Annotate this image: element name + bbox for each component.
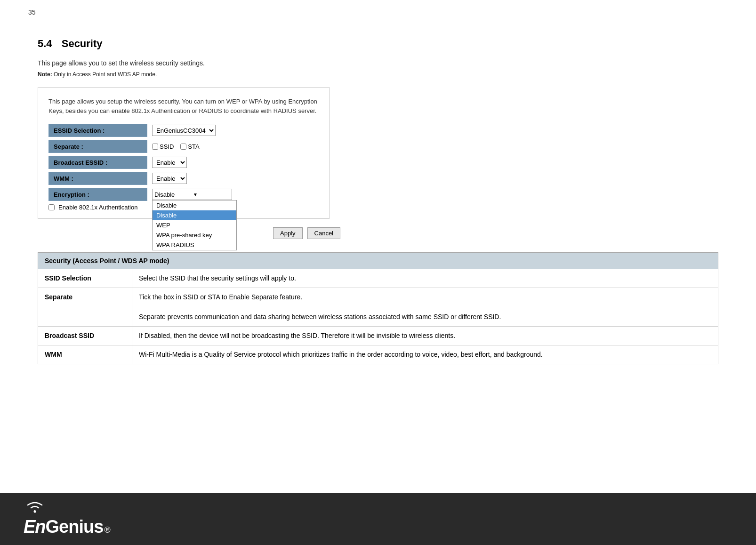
engenius-logo: EnGenius ® xyxy=(24,501,111,537)
enable-8021x-checkbox[interactable] xyxy=(48,204,55,210)
broadcast-row: Broadcast ESSID : Enable Disable xyxy=(48,156,319,169)
encryption-row: Encryption : Disable ▼ Disable Disable W… xyxy=(48,188,319,201)
ui-description: This page allows you setup the wireless … xyxy=(48,97,319,115)
field-wmm: WMM xyxy=(38,345,132,364)
desc-separate: Tick the box in SSID or STA to Enable Se… xyxy=(132,288,718,327)
apply-button[interactable]: Apply xyxy=(273,227,303,239)
encryption-select-display[interactable]: Disable ▼ xyxy=(152,189,232,200)
enc-option-disable-highlighted[interactable]: Disable xyxy=(153,210,236,220)
field-ssid-selection: SSID Selection xyxy=(38,269,132,288)
separate-row: Separate : SSID STA xyxy=(48,140,319,153)
separate-ssid-label[interactable]: SSID xyxy=(152,143,174,150)
encryption-dropdown: Disable Disable WEP WPA pre-shared key W… xyxy=(152,200,237,250)
table-row: Separate Tick the box in SSID or STA to … xyxy=(38,288,718,327)
field-separate: Separate xyxy=(38,288,132,327)
ui-settings-box: This page allows you setup the wireless … xyxy=(38,87,330,219)
section-title: 5.4 Security xyxy=(38,38,718,50)
table-row: SSID Selection Select the SSID that the … xyxy=(38,269,718,288)
enc-option-wpa-radius[interactable]: WPA RADIUS xyxy=(153,240,236,250)
encryption-dropdown-container: Disable ▼ Disable Disable WEP WPA pre-sh… xyxy=(152,189,232,200)
wmm-select[interactable]: Enable Disable xyxy=(152,173,187,184)
dropdown-arrow-icon: ▼ xyxy=(193,192,230,197)
enc-option-wpa-psk[interactable]: WPA pre-shared key xyxy=(153,230,236,240)
essid-row: ESSID Selection : EnGeniusCC3004 xyxy=(48,124,319,137)
table-header: Security (Access Point / WDS AP mode) xyxy=(38,253,718,269)
svg-point-0 xyxy=(34,511,36,513)
cancel-button[interactable]: Cancel xyxy=(307,227,340,239)
field-broadcast-ssid: Broadcast SSID xyxy=(38,327,132,345)
broadcast-select[interactable]: Enable Disable xyxy=(152,157,187,168)
page-number: 35 xyxy=(28,8,36,16)
wmm-row: WMM : Enable Disable xyxy=(48,172,319,185)
registered-mark: ® xyxy=(104,525,110,535)
broadcast-label: Broadcast ESSID : xyxy=(48,156,147,169)
table-row: Broadcast SSID If Disabled, then the dev… xyxy=(38,327,718,345)
footer: EnGenius ® xyxy=(0,493,756,545)
encryption-label: Encryption : xyxy=(48,188,147,201)
desc-ssid-selection: Select the SSID that the security settin… xyxy=(132,269,718,288)
separate-label: Separate : xyxy=(48,140,147,153)
desc-broadcast-ssid: If Disabled, then the device will not be… xyxy=(132,327,718,345)
table-row: WMM Wi-Fi Multi-Media is a Quality of Se… xyxy=(38,345,718,364)
essid-label: ESSID Selection : xyxy=(48,124,147,137)
section-description: This page allows you to set the wireless… xyxy=(38,58,718,68)
info-table: Security (Access Point / WDS AP mode) SS… xyxy=(38,252,718,364)
enable-8021x-label: Enable 802.1x Authentication xyxy=(58,204,137,211)
section-note: Note: Only in Access Point and WDS AP mo… xyxy=(38,71,718,78)
wmm-label: WMM : xyxy=(48,172,147,185)
wifi-icon xyxy=(24,501,45,514)
separate-sta-label[interactable]: STA xyxy=(180,143,199,150)
logo-text: EnGenius xyxy=(24,517,103,537)
enc-option-wep[interactable]: WEP xyxy=(153,220,236,230)
essid-select[interactable]: EnGeniusCC3004 xyxy=(152,125,216,136)
separate-checkboxes: SSID STA xyxy=(152,143,200,150)
separate-sta-checkbox[interactable] xyxy=(180,144,186,150)
enc-option-disable[interactable]: Disable xyxy=(153,200,236,210)
separate-ssid-checkbox[interactable] xyxy=(152,144,158,150)
desc-wmm: Wi-Fi Multi-Media is a Quality of Servic… xyxy=(132,345,718,364)
